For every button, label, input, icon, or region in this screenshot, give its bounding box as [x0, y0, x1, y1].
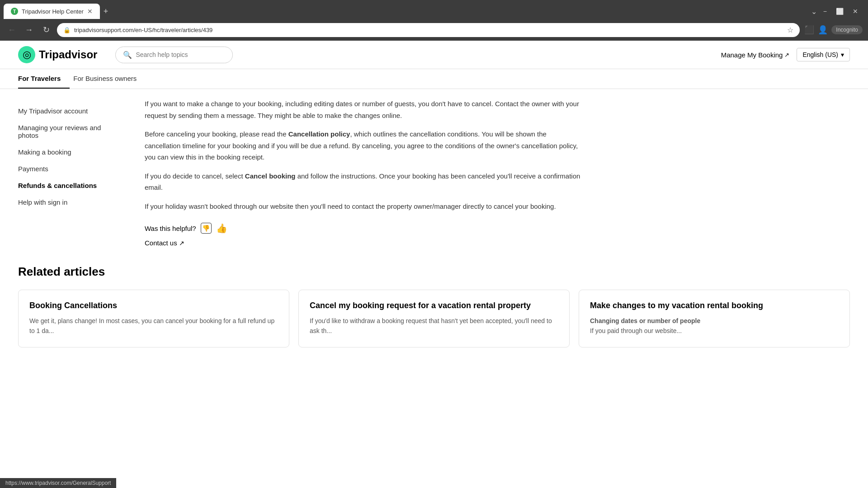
card-3-title: Make changes to my vacation rental booki… [590, 301, 839, 310]
main-layout: My Tripadvisor account Managing your rev… [0, 89, 868, 256]
sidebar-item-help-signin[interactable]: Help with sign in [18, 194, 118, 211]
sidebar-item-refunds[interactable]: Refunds & cancellations [18, 177, 118, 194]
incognito-badge: Incognito [831, 25, 863, 34]
thumbup-icon: 👍 [216, 223, 227, 233]
contact-us-link[interactable]: Contact us ↗ [145, 239, 583, 247]
content-paragraph-3: If you do decide to cancel, select Cance… [145, 170, 583, 193]
content-paragraph-2: Before canceling your booking, please re… [145, 128, 583, 163]
content-paragraph-1: If you want to make a change to your boo… [145, 98, 583, 121]
card-1-title: Booking Cancellations [29, 301, 278, 310]
back-button[interactable]: ← [5, 23, 18, 36]
search-box[interactable]: 🔍 [115, 47, 233, 63]
active-tab[interactable]: T Tripadvisor Help Center ✕ [4, 4, 100, 19]
related-articles-section: Related articles Booking Cancellations W… [0, 256, 868, 366]
external-link-icon: ↗ [784, 52, 789, 58]
related-articles-title: Related articles [18, 265, 850, 279]
logo[interactable]: ◎ Tripadvisor [18, 46, 97, 63]
tab-close-button[interactable]: ✕ [87, 8, 93, 15]
sidebar-item-payments[interactable]: Payments [18, 160, 118, 177]
related-cards-grid: Booking Cancellations We get it, plans c… [18, 290, 850, 347]
site-header: ◎ Tripadvisor 🔍 Manage My Booking ↗ Engl… [0, 41, 868, 69]
extensions-icon[interactable]: ⬛ [804, 25, 814, 35]
content-text: If you want to make a change to your boo… [145, 98, 583, 212]
contact-external-icon: ↗ [179, 239, 184, 247]
tab-list-button[interactable]: ⌄ [811, 7, 817, 16]
cancellation-policy-bold: Cancellation policy [288, 130, 350, 138]
card-2-excerpt: If you'd like to withdraw a booking requ… [310, 316, 558, 336]
tab-title: Tripadvisor Help Center [22, 8, 84, 15]
related-card-1[interactable]: Booking Cancellations We get it, plans c… [18, 290, 289, 347]
manage-booking-link[interactable]: Manage My Booking ↗ [721, 51, 790, 59]
forward-button[interactable]: → [23, 23, 35, 36]
refresh-button[interactable]: ↻ [40, 23, 52, 36]
content-area: If you want to make a change to your boo… [127, 89, 601, 256]
card-3-excerpt-bold: Changing dates or number of people [590, 316, 839, 326]
sidebar: My Tripadvisor account Managing your rev… [18, 89, 127, 256]
chevron-down-icon: ▾ [841, 51, 844, 58]
manage-booking-text: Manage My Booking [721, 51, 783, 59]
related-card-2[interactable]: Cancel my booking request for a vacation… [298, 290, 570, 347]
sidebar-item-managing-reviews[interactable]: Managing your reviews and photos [18, 119, 118, 144]
logo-icon: ◎ [18, 46, 35, 63]
lock-icon: 🔒 [63, 27, 71, 33]
new-tab-button[interactable]: + [100, 5, 112, 18]
tab-for-travelers[interactable]: For Travelers [18, 69, 70, 89]
card-3-excerpt: Changing dates or number of people If yo… [590, 316, 839, 336]
logo-text: Tripadvisor [39, 48, 97, 61]
tab-favicon: T [11, 8, 18, 15]
feedback-label: Was this helpful? [145, 225, 196, 232]
thumbdown-button[interactable]: 👎 [201, 223, 212, 234]
card-3-excerpt-extra: If you paid through our website... [590, 326, 839, 336]
card-1-excerpt: We get it, plans change! In most cases, … [29, 316, 278, 336]
maximize-button[interactable]: ⬜ [833, 7, 846, 16]
content-paragraph-4: If your holiday wasn't booked through ou… [145, 201, 583, 212]
nav-tabs: For Travelers For Business owners [0, 69, 868, 89]
related-card-3[interactable]: Make changes to my vacation rental booki… [579, 290, 850, 347]
address-bar[interactable]: 🔒 tripadvisorsupport.com/en-US/hc/travel… [57, 23, 800, 37]
header-right: Manage My Booking ↗ English (US) ▾ [721, 48, 850, 61]
account-icon[interactable]: 👤 [818, 25, 828, 35]
url-text: tripadvisorsupport.com/en-US/hc/traveler… [74, 27, 783, 33]
window-close-button[interactable]: ✕ [850, 7, 861, 16]
feedback-row: Was this helpful? 👎 👍 [145, 223, 583, 234]
thumbdown-icon: 👎 [202, 225, 210, 232]
tab-for-business-owners[interactable]: For Business owners [73, 69, 146, 89]
bookmark-icon[interactable]: ☆ [787, 26, 793, 34]
search-input[interactable] [136, 51, 225, 58]
language-selector[interactable]: English (US) ▾ [797, 48, 850, 61]
sidebar-item-my-account[interactable]: My Tripadvisor account [18, 103, 118, 119]
cancel-booking-bold: Cancel booking [245, 172, 296, 180]
contact-us-text: Contact us [145, 239, 177, 247]
search-icon: 🔍 [123, 51, 132, 59]
card-2-title: Cancel my booking request for a vacation… [310, 301, 558, 310]
status-bar-url: https://www.tripadvisor.com/GeneralSuppo… [5, 480, 111, 486]
thumbup-button[interactable]: 👍 [216, 223, 227, 234]
status-bar: https://www.tripadvisor.com/GeneralSuppo… [0, 478, 116, 488]
language-text: English (US) [802, 51, 838, 58]
sidebar-item-making-booking[interactable]: Making a booking [18, 144, 118, 160]
minimize-button[interactable]: − [821, 7, 830, 16]
